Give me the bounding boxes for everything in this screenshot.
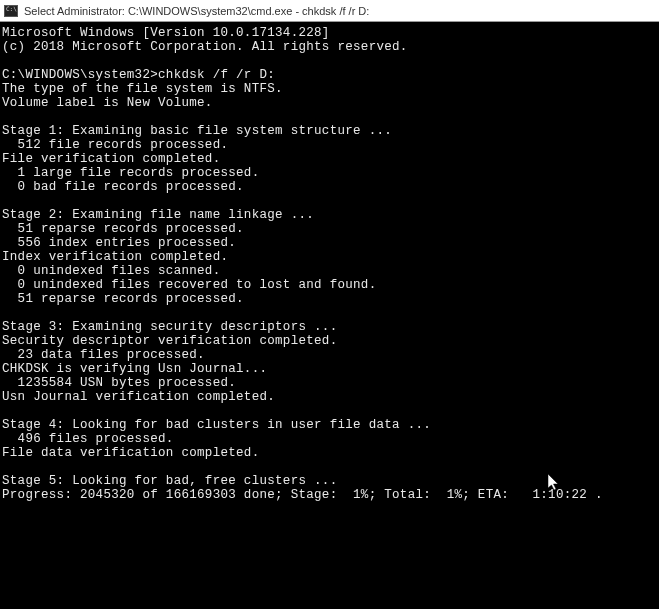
stage-header: Stage 1: Examining basic file system str… (2, 124, 392, 138)
console-line: 23 data files processed. (2, 348, 205, 362)
console-line: 496 files processed. (2, 432, 174, 446)
console-line: Security descriptor verification complet… (2, 334, 337, 348)
console-line: Index verification completed. (2, 250, 228, 264)
console-line: CHKDSK is verifying Usn Journal... (2, 362, 267, 376)
cmd-icon (4, 5, 18, 17)
console-line: 556 index entries processed. (2, 236, 236, 250)
console-line: 0 unindexed files recovered to lost and … (2, 278, 376, 292)
progress-line: Progress: 2045320 of 166169303 done; Sta… (2, 488, 603, 502)
console-line: Volume label is New Volume. (2, 96, 213, 110)
console-line: File data verification completed. (2, 446, 259, 460)
console-line: The type of the file system is NTFS. (2, 82, 283, 96)
stage-header: Stage 3: Examining security descriptors … (2, 320, 337, 334)
terminal-output[interactable]: Microsoft Windows [Version 10.0.17134.22… (0, 22, 659, 609)
stage-header: Stage 4: Looking for bad clusters in use… (2, 418, 431, 432)
console-line: 512 file records processed. (2, 138, 228, 152)
console-line: 1235584 USN bytes processed. (2, 376, 236, 390)
console-line: 51 reparse records processed. (2, 222, 244, 236)
console-line: Usn Journal verification completed. (2, 390, 275, 404)
stage-header: Stage 2: Examining file name linkage ... (2, 208, 314, 222)
console-line: Microsoft Windows [Version 10.0.17134.22… (2, 26, 330, 40)
console-line: (c) 2018 Microsoft Corporation. All righ… (2, 40, 408, 54)
window-title: Select Administrator: C:\WINDOWS\system3… (24, 5, 369, 17)
window-titlebar[interactable]: Select Administrator: C:\WINDOWS\system3… (0, 0, 659, 22)
console-line: File verification completed. (2, 152, 220, 166)
stage-header: Stage 5: Looking for bad, free clusters … (2, 474, 337, 488)
console-line: 1 large file records processed. (2, 166, 259, 180)
console-prompt: C:\WINDOWS\system32>chkdsk /f /r D: (2, 68, 275, 82)
console-line: 51 reparse records processed. (2, 292, 244, 306)
console-line: 0 bad file records processed. (2, 180, 244, 194)
console-line: 0 unindexed files scanned. (2, 264, 220, 278)
